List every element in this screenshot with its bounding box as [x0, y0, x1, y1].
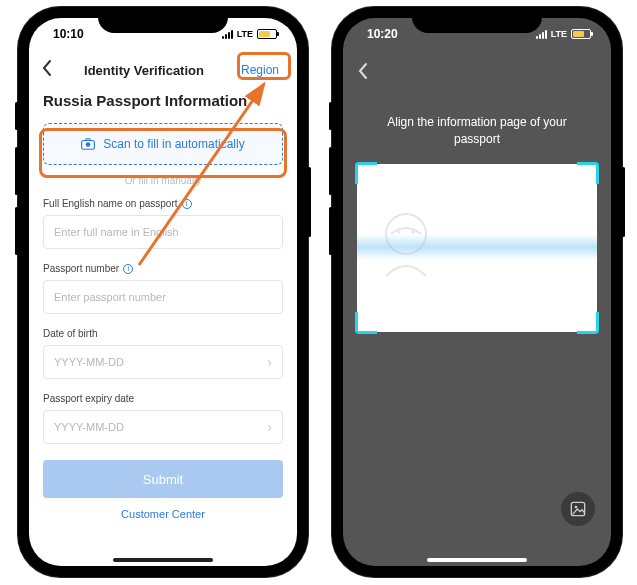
svg-point-7 [575, 506, 578, 509]
submit-button[interactable]: Submit [43, 460, 283, 498]
info-icon[interactable]: i [182, 199, 192, 209]
passport-number-input[interactable] [43, 280, 283, 314]
signal-icon [222, 30, 233, 39]
back-icon[interactable] [41, 59, 53, 82]
battery-icon [257, 29, 277, 39]
gallery-button[interactable] [561, 492, 595, 526]
status-time: 10:10 [45, 27, 84, 41]
svg-point-1 [86, 142, 91, 147]
back-icon[interactable] [357, 62, 369, 85]
screen-identity-verification: 10:10 LTE Identity Verification Region R… [29, 18, 297, 566]
page-title: Russia Passport Information [43, 92, 283, 109]
scan-frame [357, 164, 597, 332]
region-button[interactable]: Region [235, 60, 285, 80]
expiry-input[interactable]: YYYY-MM-DD › [43, 410, 283, 444]
signal-icon [536, 30, 547, 39]
dob-input[interactable]: YYYY-MM-DD › [43, 345, 283, 379]
home-indicator [427, 558, 527, 562]
customer-center-link[interactable]: Customer Center [43, 508, 283, 520]
chevron-right-icon: › [267, 419, 272, 435]
network-label: LTE [237, 29, 253, 39]
scan-button[interactable]: Scan to fill in automatically [43, 123, 283, 165]
or-divider: Or fill in manually [43, 175, 283, 186]
camera-icon [81, 138, 95, 150]
passport-number-label: Passport number i [43, 263, 283, 274]
network-label: LTE [551, 29, 567, 39]
expiry-placeholder: YYYY-MM-DD [54, 421, 124, 433]
status-time: 10:20 [359, 27, 398, 41]
chevron-right-icon: › [267, 354, 272, 370]
scan-button-label: Scan to fill in automatically [103, 137, 244, 151]
status-bar: 10:20 LTE [343, 18, 611, 50]
phone-frame-right: 10:20 LTE Align the information page of … [332, 7, 622, 577]
dob-placeholder: YYYY-MM-DD [54, 356, 124, 368]
phone-frame-left: 10:10 LTE Identity Verification Region R… [18, 7, 308, 577]
expiry-label: Passport expiry date [43, 393, 283, 404]
info-icon[interactable]: i [123, 264, 133, 274]
battery-icon [571, 29, 591, 39]
screen-scan-passport: 10:20 LTE Align the information page of … [343, 18, 611, 566]
scan-instruction: Align the information page of your passp… [343, 114, 611, 148]
name-label: Full English name on passport i [43, 198, 283, 209]
nav-title: Identity Verification [53, 63, 235, 78]
image-icon [570, 501, 586, 517]
status-bar: 10:10 LTE [29, 18, 297, 50]
dob-label: Date of birth [43, 328, 283, 339]
scan-line [357, 234, 597, 260]
nav-bar: Identity Verification Region [29, 52, 297, 88]
name-input[interactable] [43, 215, 283, 249]
home-indicator [113, 558, 213, 562]
